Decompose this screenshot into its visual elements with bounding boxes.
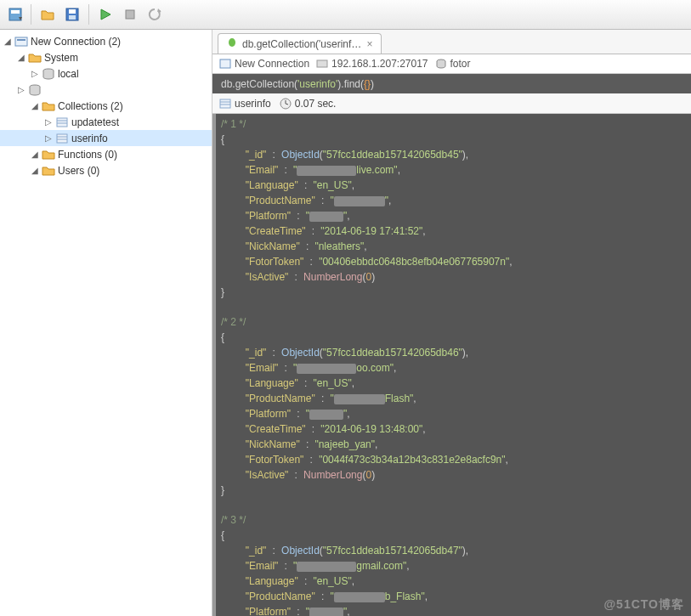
- tree-label: New Connection (2): [31, 36, 121, 48]
- tree-functions[interactable]: ◢ Functions (0): [0, 146, 212, 162]
- tree-label: userinfo: [71, 133, 108, 144]
- svg-rect-2: [66, 8, 78, 20]
- collapse-icon[interactable]: ◢: [15, 52, 26, 63]
- toolbar-separator: [88, 4, 89, 25]
- expand-icon[interactable]: ▷: [29, 68, 40, 79]
- collapse-icon[interactable]: ◢: [2, 36, 13, 47]
- svg-rect-7: [17, 39, 25, 41]
- tree-collection-updatetest[interactable]: ▷ updatetest: [0, 114, 212, 130]
- toolbar-separator: [31, 4, 31, 25]
- database-icon: [42, 67, 55, 81]
- breadcrumb-bar: New Connection 192.168.1.207:27017 fotor: [212, 54, 691, 74]
- query-text: ).find(: [337, 78, 364, 90]
- tree-connection[interactable]: ◢ New Connection (2): [0, 33, 212, 49]
- query-text: ): [371, 78, 374, 90]
- status-text: 0.07 sec.: [295, 98, 337, 110]
- tree-system[interactable]: ◢ System: [0, 49, 212, 65]
- run-button[interactable]: [94, 3, 116, 25]
- tree-label: local: [58, 68, 79, 80]
- close-icon[interactable]: ×: [366, 38, 372, 50]
- svg-rect-3: [69, 9, 76, 14]
- tree-local-db[interactable]: ▷ local: [0, 65, 212, 82]
- collection-icon: [55, 132, 69, 145]
- svg-rect-17: [220, 59, 230, 68]
- crumb-text: New Connection: [235, 58, 309, 70]
- expand-icon[interactable]: ▷: [42, 133, 54, 144]
- tree-label-hidden: [44, 85, 87, 95]
- collection-icon: [55, 116, 69, 129]
- tree-label: Users (0): [58, 165, 99, 177]
- svg-rect-5: [126, 10, 134, 19]
- server-button[interactable]: ▾: [3, 3, 25, 25]
- folder-icon: [42, 164, 55, 178]
- collapse-icon[interactable]: ◢: [29, 100, 40, 111]
- query-obj: {}: [364, 78, 371, 90]
- query-text: db.getCollection(: [221, 78, 297, 90]
- svg-rect-18: [317, 60, 327, 67]
- folder-icon: [42, 148, 55, 161]
- result-editor[interactable]: /* 1 */ { "_id" : ObjectId("57fcc1ddeab1…: [212, 114, 691, 616]
- main-toolbar: ▾: [0, 0, 691, 30]
- leaf-icon: [227, 37, 237, 50]
- svg-rect-13: [57, 134, 67, 143]
- server-icon: [14, 35, 28, 48]
- crumb-host: 192.168.1.207:27017: [316, 58, 428, 70]
- expand-icon[interactable]: ▷: [15, 84, 26, 95]
- main-area: ◢ New Connection (2) ◢ System ▷ local ▷ …: [0, 30, 691, 616]
- svg-rect-1: [11, 10, 20, 14]
- tree-hidden-db[interactable]: ▷: [0, 82, 212, 98]
- tree-label: Collections (2): [58, 100, 123, 112]
- status-collection: userinfo: [219, 98, 271, 110]
- folder-icon: [42, 99, 55, 113]
- svg-rect-20: [220, 99, 230, 108]
- result-status-bar: userinfo 0.07 sec.: [212, 93, 691, 114]
- tree-collections[interactable]: ◢ Collections (2): [0, 98, 212, 114]
- tree-label: Functions (0): [58, 149, 117, 161]
- tab-title: db.getCollection('userinf…: [242, 38, 361, 50]
- navigation-tree[interactable]: ◢ New Connection (2) ◢ System ▷ local ▷ …: [0, 30, 212, 616]
- folder-icon: [28, 51, 42, 65]
- crumb-connection: New Connection: [219, 58, 309, 70]
- stop-button[interactable]: [119, 3, 141, 25]
- query-input-bar[interactable]: db.getCollection('userinfo').find({}): [212, 74, 691, 93]
- expand-icon[interactable]: ▷: [42, 116, 54, 127]
- content-area: db.getCollection('userinf… × New Connect…: [212, 30, 691, 616]
- tab-query[interactable]: db.getCollection('userinf… ×: [218, 33, 382, 54]
- collapse-icon[interactable]: ◢: [29, 149, 40, 160]
- tree-label: System: [44, 52, 78, 64]
- crumb-text: fotor: [450, 58, 471, 70]
- tree-label: updatetest: [71, 116, 119, 128]
- query-arg: 'userinfo': [297, 78, 337, 90]
- collapse-icon[interactable]: ◢: [29, 165, 40, 176]
- tree-collection-userinfo[interactable]: ▷ userinfo: [0, 130, 212, 146]
- crumb-db: fotor: [435, 58, 471, 70]
- tab-bar: db.getCollection('userinf… ×: [212, 30, 691, 54]
- status-text: userinfo: [235, 98, 271, 110]
- refresh-button[interactable]: [144, 3, 166, 25]
- svg-rect-4: [69, 15, 76, 20]
- status-time: 0.07 sec.: [280, 98, 337, 110]
- open-button[interactable]: [37, 3, 59, 25]
- database-icon: [28, 83, 42, 97]
- tree-users[interactable]: ◢ Users (0): [0, 162, 212, 178]
- save-button[interactable]: [61, 3, 83, 25]
- svg-rect-10: [57, 118, 67, 127]
- svg-point-16: [229, 38, 235, 47]
- crumb-text: 192.168.1.207:27017: [331, 58, 428, 70]
- svg-rect-6: [15, 37, 27, 46]
